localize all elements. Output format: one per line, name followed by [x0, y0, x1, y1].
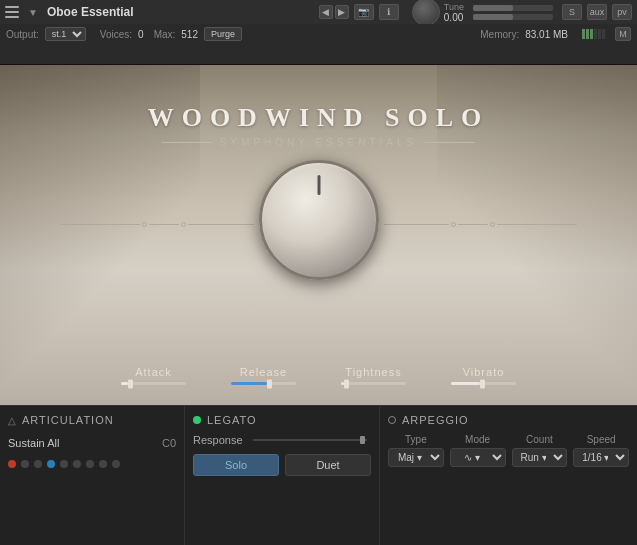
- response-slider[interactable]: [253, 439, 367, 441]
- controls-row: Attack Release Tightness Vibrato: [0, 366, 637, 385]
- memory-label: Memory:: [480, 29, 519, 40]
- voices-label: Voices:: [100, 29, 132, 40]
- camera-btn[interactable]: 📷: [354, 4, 374, 20]
- arp-count-label: Count: [526, 434, 553, 445]
- output-select[interactable]: st.1: [45, 27, 86, 41]
- articulation-key: C0: [162, 437, 176, 449]
- voices-value: 0: [138, 29, 144, 40]
- vibrato-slider[interactable]: [451, 382, 516, 385]
- slider-bottom[interactable]: [473, 14, 553, 20]
- tune-knob[interactable]: [412, 0, 440, 26]
- dot-7[interactable]: [86, 460, 94, 468]
- max-label: Max:: [154, 29, 176, 40]
- legato-buttons: Solo Duet: [193, 454, 371, 476]
- legato-dot: [193, 416, 201, 424]
- dot-9[interactable]: [112, 460, 120, 468]
- release-slider[interactable]: [231, 382, 296, 385]
- vibrato-control: Vibrato: [449, 366, 519, 385]
- arp-type-label: Type: [405, 434, 427, 445]
- level-meters: [582, 29, 605, 39]
- attack-control: Attack: [119, 366, 189, 385]
- tune-value: 0.00: [444, 12, 463, 23]
- dot-2[interactable]: [21, 460, 29, 468]
- dot-row: [8, 460, 176, 468]
- dot-1[interactable]: [8, 460, 16, 468]
- legato-response: Response: [193, 434, 371, 446]
- arpeggio-icon: [388, 416, 396, 424]
- next-instrument-btn[interactable]: ▶: [335, 5, 349, 19]
- aux-label: aux: [587, 4, 607, 20]
- menu-icon[interactable]: [5, 3, 23, 21]
- info-btn[interactable]: ℹ: [379, 4, 399, 20]
- m-button[interactable]: M: [615, 27, 631, 41]
- memory-value: 83.01 MB: [525, 29, 568, 40]
- attack-slider[interactable]: [121, 382, 186, 385]
- pv-label: pv: [612, 4, 632, 20]
- legato-title: Legato: [207, 414, 257, 426]
- dot-3[interactable]: [34, 460, 42, 468]
- arp-speed-select[interactable]: 1/16 ▾: [573, 448, 629, 467]
- tightness-slider[interactable]: [341, 382, 406, 385]
- articulation-section: △ Articulation Sustain All C0: [0, 406, 185, 545]
- tune-label: Tune: [444, 2, 464, 12]
- dot-5[interactable]: [60, 460, 68, 468]
- attack-label: Attack: [135, 366, 172, 378]
- output-label: Output:: [6, 29, 39, 40]
- dot-6[interactable]: [73, 460, 81, 468]
- response-label: Response: [193, 434, 243, 446]
- slider-top[interactable]: [473, 5, 553, 11]
- instrument-panel: WOODWIND SOLO SYMPHONY ESSENTIALS Attack: [0, 65, 637, 405]
- woodwind-subtitle: SYMPHONY ESSENTIALS: [0, 137, 637, 148]
- woodwind-title: WOODWIND SOLO: [0, 103, 637, 133]
- tightness-control: Tightness: [339, 366, 409, 385]
- arp-type-select[interactable]: Maj ▾: [388, 448, 444, 467]
- arp-count-select[interactable]: Run ▾: [512, 448, 568, 467]
- arpeggio-section: Arpeggio Type Maj ▾ Mode ∿ ▾ Count: [380, 406, 637, 545]
- arpeggio-title: Arpeggio: [402, 414, 469, 426]
- articulation-icon: △: [8, 415, 16, 426]
- main-knob[interactable]: [259, 160, 379, 280]
- arp-mode-select[interactable]: ∿ ▾: [450, 448, 506, 467]
- articulation-name: Sustain All: [8, 437, 59, 449]
- s-button[interactable]: S: [562, 4, 582, 20]
- release-control: Release: [229, 366, 299, 385]
- collapse-arrow[interactable]: ▼: [28, 7, 38, 18]
- bottom-panel: △ Articulation Sustain All C0: [0, 405, 637, 545]
- knob-indicator: [317, 175, 320, 195]
- tightness-label: Tightness: [345, 366, 401, 378]
- solo-button[interactable]: Solo: [193, 454, 279, 476]
- main-knob-container[interactable]: [259, 160, 379, 280]
- max-value: 512: [181, 29, 198, 40]
- articulation-title: Articulation: [22, 414, 114, 426]
- duet-button[interactable]: Duet: [285, 454, 371, 476]
- purge-button[interactable]: Purge: [204, 27, 242, 41]
- legato-section: Legato Response Solo Duet: [185, 406, 380, 545]
- instrument-name: Oboe Essential: [47, 5, 314, 19]
- dot-8[interactable]: [99, 460, 107, 468]
- arp-mode-label: Mode: [465, 434, 490, 445]
- arp-speed-label: Speed: [587, 434, 616, 445]
- prev-instrument-btn[interactable]: ◀: [319, 5, 333, 19]
- release-label: Release: [240, 366, 287, 378]
- articulation-item[interactable]: Sustain All C0: [8, 434, 176, 452]
- vibrato-label: Vibrato: [463, 366, 505, 378]
- dot-4[interactable]: [47, 460, 55, 468]
